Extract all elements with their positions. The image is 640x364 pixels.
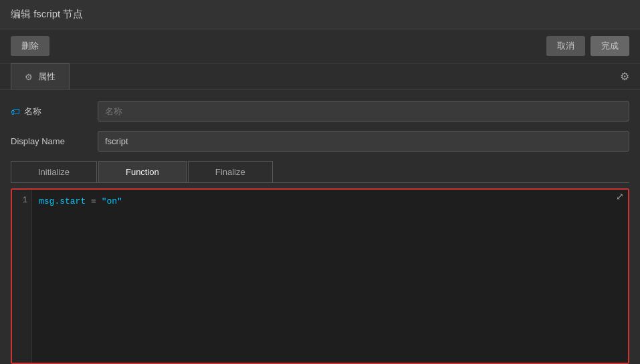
settings-icon[interactable]: ⚙	[620, 70, 629, 83]
main-container: 编辑 fscript 节点 删除 取消 完成 ⚙ 属性 ⚙ 🏷 名称 Displ…	[0, 0, 640, 364]
tab-function[interactable]: Function	[98, 161, 187, 182]
line-number-1: 1	[16, 195, 27, 205]
display-name-label: Display Name	[11, 136, 98, 146]
code-editor[interactable]: 1 msg.start = "on"	[11, 188, 629, 364]
section-tabs: ⚙ 属性 ⚙	[0, 63, 640, 90]
dialog-header: 编辑 fscript 节点	[0, 0, 640, 29]
code-var: msg.start	[39, 196, 86, 206]
code-string: "on"	[102, 196, 122, 206]
tag-icon: 🏷	[11, 106, 20, 117]
tab-initialize[interactable]: Initialize	[11, 161, 97, 182]
delete-button[interactable]: 删除	[11, 36, 49, 56]
code-tabs: Initialize Function Finalize	[11, 161, 629, 183]
name-input[interactable]	[98, 101, 629, 122]
gear-icon: ⚙	[25, 72, 33, 82]
name-label: 🏷 名称	[11, 106, 98, 118]
done-button[interactable]: 完成	[591, 36, 629, 56]
cancel-button[interactable]: 取消	[546, 36, 585, 56]
line-numbers: 1	[12, 190, 32, 363]
tab-properties[interactable]: ⚙ 属性	[11, 63, 70, 89]
code-content[interactable]: msg.start = "on"	[32, 190, 628, 363]
tab-properties-label: 属性	[38, 71, 56, 83]
code-operator: =	[86, 196, 101, 206]
toolbar: 删除 取消 完成	[0, 29, 640, 63]
tab-finalize[interactable]: Finalize	[188, 161, 273, 182]
expand-icon[interactable]: ⤢	[616, 191, 624, 202]
display-name-input[interactable]	[98, 131, 629, 152]
code-editor-wrapper: ⤢ 1 msg.start = "on"	[11, 188, 629, 364]
code-line-1: msg.start = "on"	[39, 195, 621, 208]
display-name-row: Display Name	[11, 131, 629, 152]
name-row: 🏷 名称	[11, 101, 629, 122]
form-area: 🏷 名称 Display Name Initialize Function Fi…	[0, 90, 640, 364]
dialog-title: 编辑 fscript 节点	[11, 8, 83, 19]
